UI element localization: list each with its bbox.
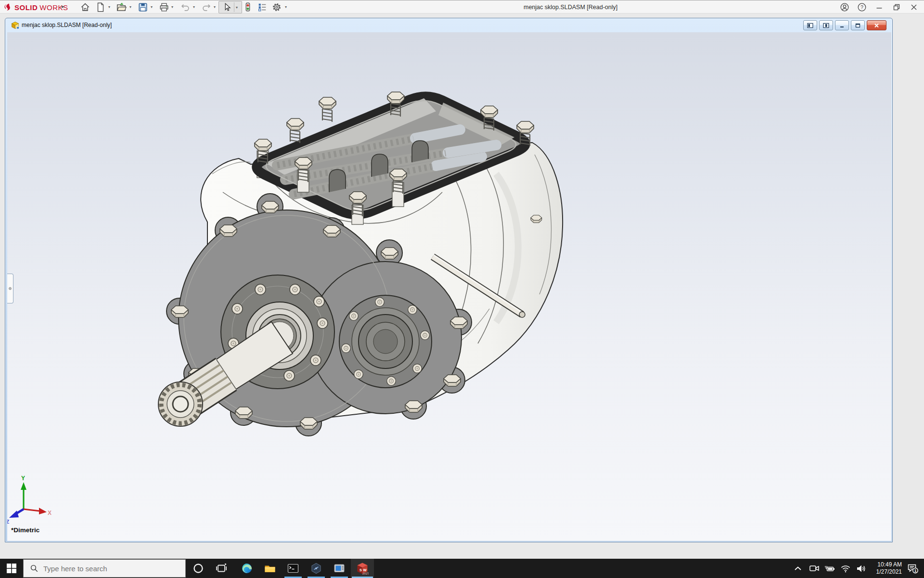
toggle-feature-pane-button[interactable]	[803, 20, 817, 30]
file-properties-icon[interactable]	[257, 2, 268, 13]
gearbox-assembly-model: Y X Z	[7, 32, 890, 541]
start-button[interactable]	[0, 559, 23, 578]
open-caret[interactable]: ▾	[129, 5, 131, 9]
file-explorer-icon[interactable]	[258, 559, 282, 578]
triad-x-label: X	[48, 510, 51, 516]
hidden-icons-chevron[interactable]	[792, 563, 804, 574]
feature-pane-collapsed-tab[interactable]	[7, 274, 13, 303]
undo-caret[interactable]: ▾	[193, 5, 195, 9]
undo-icon[interactable]	[180, 2, 191, 13]
tray-time: 10:49 AM	[868, 561, 902, 568]
graphics-viewport[interactable]: Y X Z *Dimetric	[7, 32, 891, 541]
close-button[interactable]	[908, 2, 920, 13]
account-icon[interactable]	[839, 2, 850, 13]
new-document-caret[interactable]: ▾	[108, 5, 110, 9]
meet-now-icon[interactable]	[808, 563, 820, 574]
solidworks-screen: SOLIDWORKS ▸ ▾ ▾ ▾ ▾ ▾ ▾ ▾ ▾ menjac sklo…	[0, 0, 924, 578]
redo-caret[interactable]: ▾	[214, 5, 216, 9]
save-caret[interactable]: ▾	[151, 5, 153, 9]
sw-letter-s: S	[359, 568, 362, 572]
select-caret[interactable]: ▾	[236, 5, 238, 10]
search-input[interactable]	[43, 565, 173, 573]
windows-taskbar: S W 2021 10:49 AM 1/27/2021 1	[0, 559, 924, 578]
svg-text:?: ?	[860, 5, 863, 10]
select-divider	[234, 2, 234, 12]
options-caret[interactable]: ▾	[285, 5, 287, 9]
document-window: menjac sklop.SLDASM [Read-only]	[5, 18, 893, 542]
options-gear-icon[interactable]	[271, 2, 282, 13]
volume-icon[interactable]	[855, 563, 867, 574]
display-app-icon[interactable]	[328, 559, 351, 578]
edge-icon[interactable]	[235, 559, 258, 578]
search-icon	[30, 564, 38, 573]
toggle-display-pane-button[interactable]	[819, 20, 833, 30]
document-restore-button[interactable]	[851, 20, 865, 30]
pane-grip-dot	[9, 287, 12, 290]
cortana-button[interactable]	[187, 559, 210, 578]
command-prompt-icon[interactable]	[282, 559, 305, 578]
solidworks-taskbar-icon[interactable]: S W 2021	[351, 559, 374, 578]
notification-badge: 1	[914, 568, 917, 573]
taskbar-search[interactable]	[23, 559, 186, 578]
open-icon[interactable]	[116, 2, 127, 13]
redo-icon[interactable]	[201, 2, 212, 13]
action-center-icon[interactable]: 1	[907, 563, 918, 574]
taskbar-clock[interactable]: 10:49 AM 1/27/2021	[868, 561, 902, 576]
rebuild-icon[interactable]	[243, 2, 253, 13]
menu-expand-arrow[interactable]: ▸	[62, 3, 64, 10]
document-minimize-button[interactable]	[835, 20, 849, 30]
select-cursor-icon[interactable]	[221, 2, 232, 13]
brand-solid: SOLID	[14, 3, 38, 12]
triad-y-label: Y	[21, 475, 25, 482]
document-close-button[interactable]	[867, 20, 886, 30]
home-icon[interactable]	[80, 2, 90, 13]
output-hub	[339, 295, 432, 388]
solidworks-logo: SOLIDWORKS	[4, 0, 68, 14]
minimize-button[interactable]	[873, 2, 885, 13]
splined-coupling	[158, 382, 203, 426]
solidworks-flame-icon	[4, 3, 13, 12]
save-icon[interactable]	[138, 2, 148, 13]
sw-year: 2021	[362, 572, 369, 575]
print-caret[interactable]: ▾	[171, 5, 173, 9]
print-icon[interactable]	[159, 2, 169, 13]
tray-date: 1/27/2021	[868, 568, 902, 576]
task-view-button[interactable]	[210, 559, 233, 578]
select-tool-box[interactable]: ▾	[218, 1, 242, 13]
restore-button[interactable]	[891, 2, 902, 13]
battery-icon[interactable]	[824, 563, 835, 574]
document-title: menjac sklop.SLDASM [Read-only]	[22, 18, 112, 32]
wifi-icon[interactable]	[840, 563, 851, 574]
app-titlebar: SOLIDWORKS ▸ ▾ ▾ ▾ ▾ ▾ ▾ ▾ ▾ menjac sklo…	[0, 0, 924, 13]
triad-z-label: Z	[7, 519, 9, 525]
view-orientation-label: *Dimetric	[11, 526, 39, 534]
document-titlebar[interactable]: menjac sklop.SLDASM [Read-only]	[5, 18, 892, 32]
assembly-document-icon	[11, 21, 19, 29]
help-icon[interactable]: ?	[856, 2, 868, 13]
workspace-background: menjac sklop.SLDASM [Read-only]	[0, 13, 924, 559]
window-title: menjac sklop.SLDASM [Read-only]	[524, 0, 617, 14]
cad-tool-icon[interactable]	[305, 559, 328, 578]
new-document-icon[interactable]	[95, 2, 106, 13]
orientation-triad: Y X Z	[7, 475, 51, 525]
